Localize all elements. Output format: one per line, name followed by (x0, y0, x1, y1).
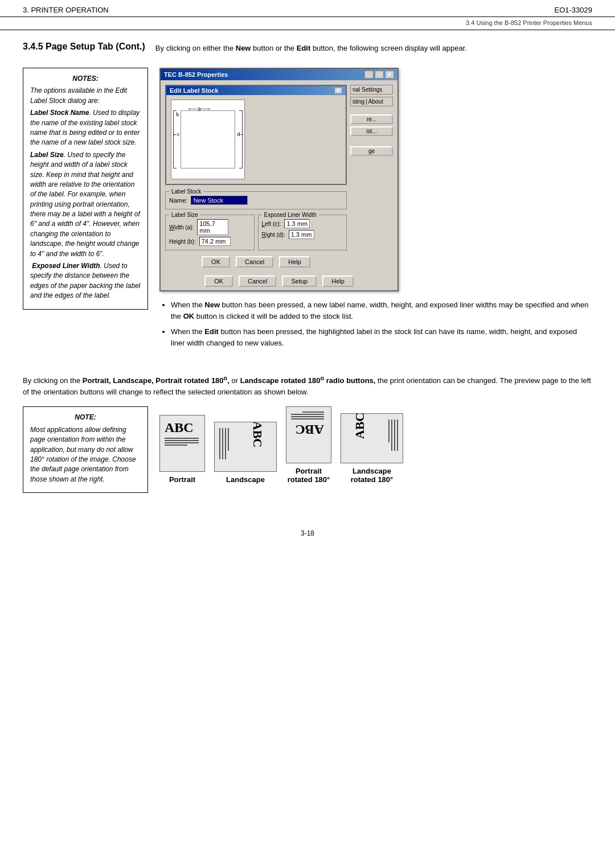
dialog-maximize-btn[interactable]: □ (375, 71, 384, 79)
name-label: Name: (169, 197, 187, 204)
two-col-section: NOTES: The options available in the Edit… (23, 68, 592, 356)
notes-box: NOTES: The options available in the Edit… (23, 68, 148, 310)
orient-portrait-rotated-box: ABC (286, 406, 331, 463)
inner-dialog-body: ←——a——→ b ←c d→ (166, 95, 346, 184)
left-column: NOTES: The options available in the Edit… (23, 68, 148, 356)
dialog-close-btn[interactable]: ✕ (385, 71, 394, 79)
bullet-list: When the New button has been pressed, a … (171, 299, 592, 348)
inner-dialog-buttons: OK Cancel Help (165, 256, 347, 268)
exposed-liner-section: Exposed Liner Width Left (c): 1.3 mm Rig… (258, 212, 347, 250)
height-row: Height (b): 74.2 mm (169, 237, 251, 246)
bullet-2: When the Edit button has been pressed, t… (171, 326, 592, 348)
outer-ok-btn[interactable]: OK (204, 275, 233, 287)
cancel-button[interactable]: Cancel (236, 256, 273, 268)
lr-line1 (397, 419, 398, 451)
dialog-titlebar: TEC B-852 Properties _ □ ✕ (161, 69, 397, 80)
brace-left (173, 110, 177, 168)
landscape-rotated-content: ABC (347, 418, 373, 435)
dialog-outer: TEC B-852 Properties _ □ ✕ (159, 68, 399, 291)
portrait-rotated-lines (291, 412, 324, 419)
orientation-text: By clicking on the Portrait, Landscape, … (23, 373, 592, 397)
pr-line3 (291, 414, 324, 415)
inner-dialog: Edit Label Stock ✕ ←——a——→ b (165, 85, 347, 185)
page-footer: 3-18 (23, 524, 592, 537)
right-column: TEC B-852 Properties _ □ ✕ (159, 68, 592, 356)
outer-cancel-btn[interactable]: Cancel (239, 275, 276, 287)
orientation-images: ABC Portrait (159, 406, 592, 484)
height-input[interactable]: 74.2 mm (199, 237, 231, 246)
name-row: Name: New Stock (169, 196, 343, 205)
landscape-label: Landscape (226, 475, 265, 484)
page-header: 3. PRINTER OPERATION EO1-33029 (0, 0, 615, 17)
ls-line4 (228, 428, 229, 451)
portrait-rotated-label: Portraitrotated 180° (288, 467, 330, 484)
pr-line1 (291, 418, 324, 419)
ok-button[interactable]: OK (202, 256, 230, 268)
notes-p3: Label Size. Used to specify the height a… (30, 150, 141, 259)
width-input[interactable]: 105.7 mm (197, 219, 228, 235)
portrait-abc: ABC (165, 420, 199, 435)
portrait-line1 (165, 438, 199, 439)
tab-about[interactable]: About (368, 98, 383, 105)
dialog-body: Edit Label Stock ✕ ←——a——→ b (161, 80, 397, 272)
outer-help-btn[interactable]: Help (322, 275, 354, 287)
exposed-liner-legend: Exposed Liner Width (262, 212, 319, 218)
orient-portrait-item: ABC Portrait (159, 415, 205, 484)
right-label: Right (d): (262, 232, 285, 238)
right-row: Right (d): 1.3 mm (262, 230, 343, 239)
subheader-text: 3.4 Using the B-852 Printer Properties M… (466, 19, 592, 26)
orient-portrait-rotated-item: ABC Portraitrotated 180° (286, 406, 331, 484)
section-title: 3.4.5 Page Setup Tab (Cont.) (23, 42, 145, 52)
outer-setup-btn[interactable]: Setup (282, 275, 317, 287)
side-btn-ist[interactable]: ist... (350, 126, 393, 136)
left-input[interactable]: 1.3 mm (284, 219, 310, 228)
portrait-lines (165, 438, 199, 446)
label-stock-legend: Label Stock (169, 188, 203, 195)
landscape-rotated-abc: ABC (352, 413, 367, 439)
landscape-abc: ABC (250, 422, 265, 447)
tab-testing[interactable]: sting (352, 98, 364, 105)
page-number: 3-18 (301, 529, 314, 537)
note-box-col: NOTE: Most applications allow defining p… (23, 406, 148, 501)
inner-close-btn[interactable]: ✕ (334, 87, 342, 94)
orient-landscape-box: ABC (214, 422, 277, 472)
inner-label-rect (181, 110, 235, 168)
dialog-title: TEC B-852 Properties (164, 71, 228, 78)
notes-p1: The options available in the Edit Label … (30, 86, 141, 106)
help-button[interactable]: Help (279, 256, 310, 268)
note2-p1: Most applications allow defining page or… (30, 425, 141, 484)
side-btn-re[interactable]: re... (350, 114, 393, 124)
portrait-line3 (165, 442, 199, 443)
header-right: EO1-33029 (555, 6, 593, 14)
note2-title: NOTE: (30, 413, 141, 422)
right-input[interactable]: 1.3 mm (289, 230, 314, 239)
dialog-area: TEC B-852 Properties _ □ ✕ (159, 68, 592, 291)
orientation-two-col: NOTE: Most applications allow defining p… (23, 406, 592, 501)
tab-divider: | (366, 98, 367, 105)
portrait-rotated-abc: ABC (291, 422, 324, 437)
bullet-1: When the New button has been pressed, a … (171, 299, 592, 322)
name-input[interactable]: New Stock (191, 196, 248, 205)
width-row: Width (a): 105.7 mm (169, 219, 251, 235)
orient-landscape-item: ABC Landscape (214, 422, 277, 484)
ls-line3 (225, 428, 226, 459)
page-subheader: 3.4 Using the B-852 Printer Properties M… (0, 18, 615, 30)
lr-line2 (394, 419, 395, 451)
label-size-legend: Label Size (169, 212, 200, 218)
header-left: 3. PRINTER OPERATION (23, 6, 109, 14)
notes-title: NOTES: (30, 74, 141, 84)
side-btn-ge[interactable]: ge (350, 146, 393, 156)
portrait-line4 (165, 445, 187, 446)
label-size-section: Label Size Width (a): 105.7 mm Height (b… (165, 212, 255, 250)
ls-line1 (219, 428, 220, 459)
tab-general[interactable]: nal Settings (350, 85, 393, 94)
orientation-section: By clicking on the Portrait, Landscape, … (23, 373, 592, 501)
pr-line2 (291, 416, 324, 417)
dialog-minimize-btn[interactable]: _ (364, 71, 374, 79)
outer-dialog-buttons: OK Cancel Setup Help (161, 272, 397, 290)
tab-row: sting | About (350, 97, 393, 106)
inner-dialog-title: Edit Label Stock (170, 87, 219, 94)
left-row: Left (c): 1.3 mm (262, 219, 343, 228)
portrait-content: ABC (165, 420, 199, 446)
orient-landscape-rotated-item: ABC Landscaperotated 180° (341, 413, 403, 484)
